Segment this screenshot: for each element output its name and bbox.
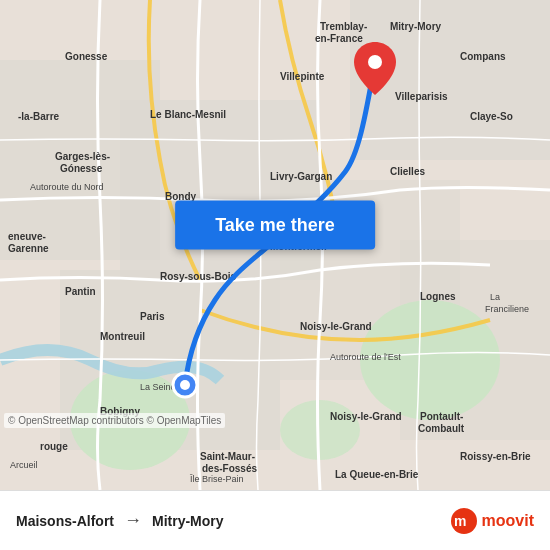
map-attribution: © OpenStreetMap contributors © OpenMapTi…: [4, 413, 225, 428]
svg-text:Saint-Maur-: Saint-Maur-: [200, 451, 255, 462]
svg-text:La: La: [490, 292, 500, 302]
svg-text:Garenne: Garenne: [8, 243, 49, 254]
origin-label: Maisons-Alfort: [16, 513, 114, 529]
svg-text:Montreuil: Montreuil: [100, 331, 145, 342]
map-container: -la-Barre eneuve- Garenne Autoroute du N…: [0, 0, 550, 490]
svg-text:Arcueil: Arcueil: [10, 460, 38, 470]
svg-text:m: m: [454, 513, 466, 529]
svg-text:Paris: Paris: [140, 311, 165, 322]
svg-point-52: [368, 55, 382, 69]
svg-text:Gonesse: Gonesse: [65, 51, 108, 62]
svg-text:Tremblay-: Tremblay-: [320, 21, 367, 32]
svg-text:rouge: rouge: [40, 441, 68, 452]
svg-text:Pantin: Pantin: [65, 286, 96, 297]
svg-text:Île Brise-Pain: Île Brise-Pain: [189, 474, 244, 484]
svg-text:Clielles: Clielles: [390, 166, 425, 177]
svg-text:La Queue-en-Brie: La Queue-en-Brie: [335, 469, 419, 480]
moovit-brand-label: moovit: [482, 512, 534, 530]
moovit-logo: m moovit: [450, 507, 534, 535]
svg-text:Lognes: Lognes: [420, 291, 456, 302]
svg-text:eneuve-: eneuve-: [8, 231, 46, 242]
svg-text:Le Blanc-Mesnil: Le Blanc-Mesnil: [150, 109, 226, 120]
destination-label: Mitry-Mory: [152, 513, 224, 529]
svg-point-51: [180, 380, 190, 390]
svg-text:Noisy-le-Grand: Noisy-le-Grand: [300, 321, 372, 332]
svg-text:Roissy-en-Brie: Roissy-en-Brie: [460, 451, 531, 462]
svg-text:Livry-Gargan: Livry-Gargan: [270, 171, 332, 182]
svg-text:Noisy-le-Grand: Noisy-le-Grand: [330, 411, 402, 422]
svg-point-9: [280, 400, 360, 460]
svg-text:Autoroute de l'Est: Autoroute de l'Est: [330, 352, 401, 362]
svg-text:Rosy-sous-Bois: Rosy-sous-Bois: [160, 271, 237, 282]
svg-text:Garges-lès-: Garges-lès-: [55, 151, 110, 162]
moovit-icon: m: [450, 507, 478, 535]
footer-bar: Maisons-Alfort → Mitry-Mory m moovit: [0, 490, 550, 550]
svg-text:Mitry-Mory: Mitry-Mory: [390, 21, 442, 32]
svg-text:Claye-So: Claye-So: [470, 111, 513, 122]
svg-text:Compans: Compans: [460, 51, 506, 62]
svg-text:Combault: Combault: [418, 423, 465, 434]
svg-text:La Seine: La Seine: [140, 382, 176, 392]
arrow-icon: →: [124, 510, 142, 531]
svg-text:Villeparisis: Villeparisis: [395, 91, 448, 102]
svg-text:en-France: en-France: [315, 33, 363, 44]
svg-text:Franciliene: Franciliene: [485, 304, 529, 314]
svg-text:Villepinte: Villepinte: [280, 71, 325, 82]
svg-text:-la-Barre: -la-Barre: [18, 111, 60, 122]
svg-text:Pontault-: Pontault-: [420, 411, 463, 422]
take-me-there-button[interactable]: Take me there: [175, 201, 375, 250]
svg-text:Autoroute du Nord: Autoroute du Nord: [30, 182, 104, 192]
route-info: Maisons-Alfort → Mitry-Mory: [16, 510, 450, 531]
svg-text:des-Fossés: des-Fossés: [202, 463, 257, 474]
svg-text:Gónesse: Gónesse: [60, 163, 103, 174]
